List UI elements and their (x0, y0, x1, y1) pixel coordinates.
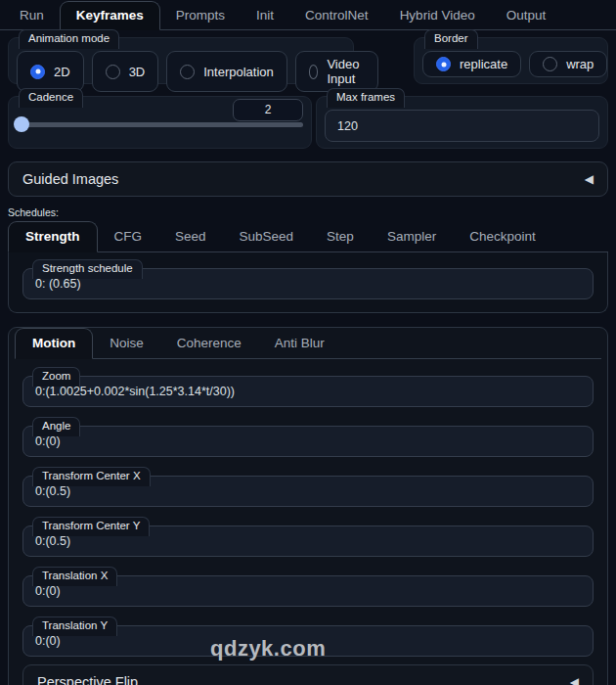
translation-x-label: Translation X (32, 567, 117, 586)
border-group: Border replicate wrap (414, 37, 608, 84)
radio-2d[interactable]: 2D (17, 51, 84, 92)
radio-interpolation[interactable]: Interpolation (166, 51, 287, 92)
schedules-tabs-panel: Strength CFG Seed SubSeed Step Sampler C… (8, 221, 608, 313)
tab-cfg[interactable]: CFG (98, 222, 159, 251)
radio-unselected-icon (180, 65, 195, 79)
transform-center-x-field: Transform Center X (22, 476, 594, 507)
radio-interpolation-label: Interpolation (203, 65, 274, 79)
tab-sampler[interactable]: Sampler (371, 222, 453, 251)
motion-tab-bar: Motion Noise Coherence Anti Blur (15, 328, 601, 359)
schedules-section-label: Schedules: (8, 206, 616, 218)
radio-3d[interactable]: 3D (92, 51, 159, 92)
guided-images-label: Guided Images (22, 171, 118, 187)
angle-input[interactable] (22, 426, 594, 457)
tab-strength[interactable]: Strength (8, 221, 98, 252)
radio-selected-icon (30, 65, 45, 79)
cadence-label: Cadence (19, 88, 83, 108)
tab-motion[interactable]: Motion (15, 328, 93, 359)
schedules-tab-bar: Strength CFG Seed SubSeed Step Sampler C… (8, 221, 608, 252)
deforum-keyframes-page: Run Keyframes Prompts Init ControlNet Hy… (0, 0, 616, 685)
guided-images-accordion[interactable]: Guided Images ◀ (8, 161, 608, 197)
tab-controlnet[interactable]: ControlNet (289, 2, 384, 29)
perspective-flip-label: Perspective Flip (37, 674, 138, 685)
tab-seed[interactable]: Seed (158, 222, 223, 251)
motion-panel: Motion Noise Coherence Anti Blur Zoom An… (8, 327, 608, 685)
radio-wrap[interactable]: wrap (529, 51, 607, 77)
tab-hybrid-video[interactable]: Hybrid Video (384, 2, 491, 29)
max-frames-input[interactable] (325, 110, 599, 142)
translation-y-label: Translation Y (32, 616, 117, 636)
angle-label: Angle (32, 417, 80, 436)
tab-init[interactable]: Init (241, 2, 289, 29)
tab-keyframes[interactable]: Keyframes (60, 1, 160, 30)
max-frames-group: Max frames (316, 96, 608, 149)
radio-unselected-icon (106, 65, 120, 79)
border-label: Border (424, 29, 478, 49)
tab-anti-blur[interactable]: Anti Blur (258, 329, 341, 358)
transform-center-y-field: Transform Center Y (22, 525, 594, 557)
radio-replicate-label: replicate (460, 57, 507, 71)
radio-wrap-label: wrap (566, 57, 594, 71)
transform-center-y-label: Transform Center Y (32, 517, 150, 536)
animation-mode-group: Animation mode 2D 3D Interpolation Video… (8, 37, 354, 84)
main-tab-bar: Run Keyframes Prompts Init ControlNet Hy… (0, 0, 616, 30)
radio-unselected-icon (309, 65, 319, 79)
strength-tab-content: Strength schedule (8, 252, 608, 313)
tab-noise[interactable]: Noise (93, 329, 160, 358)
tab-output[interactable]: Output (491, 2, 562, 29)
collapse-arrow-icon: ◀ (570, 675, 579, 685)
radio-replicate[interactable]: replicate (422, 51, 521, 77)
tab-step[interactable]: Step (310, 222, 371, 251)
translation-x-field: Translation X (22, 575, 594, 607)
cadence-slider[interactable] (17, 122, 303, 127)
perspective-flip-accordion[interactable]: Perspective Flip ◀ (22, 664, 594, 685)
cadence-group: Cadence 2 (8, 96, 312, 149)
tab-coherence[interactable]: Coherence (160, 329, 258, 358)
tab-run[interactable]: Run (4, 2, 60, 29)
radio-selected-icon (436, 57, 451, 71)
strength-schedule-label: Strength schedule (32, 259, 143, 279)
transform-center-x-label: Transform Center X (32, 467, 151, 486)
tab-prompts[interactable]: Prompts (160, 2, 241, 29)
radio-video-input-label: Video Input (327, 57, 364, 86)
radio-video-input[interactable]: Video Input (295, 51, 378, 92)
angle-field: Angle (22, 426, 594, 457)
max-frames-label: Max frames (327, 88, 405, 108)
zoom-input[interactable] (22, 376, 594, 407)
animation-mode-label: Animation mode (19, 29, 119, 49)
zoom-label: Zoom (32, 367, 80, 387)
collapse-arrow-icon: ◀ (585, 172, 594, 186)
radio-3d-label: 3D (129, 65, 146, 79)
zoom-field: Zoom (22, 376, 594, 407)
cadence-slider-handle[interactable] (14, 116, 29, 132)
tab-checkpoint[interactable]: Checkpoint (453, 222, 552, 251)
cadence-value-input[interactable]: 2 (233, 99, 303, 121)
radio-unselected-icon (543, 57, 557, 71)
tab-subseed[interactable]: SubSeed (223, 222, 311, 251)
translation-y-field: Translation Y (22, 625, 594, 657)
radio-2d-label: 2D (54, 65, 70, 79)
